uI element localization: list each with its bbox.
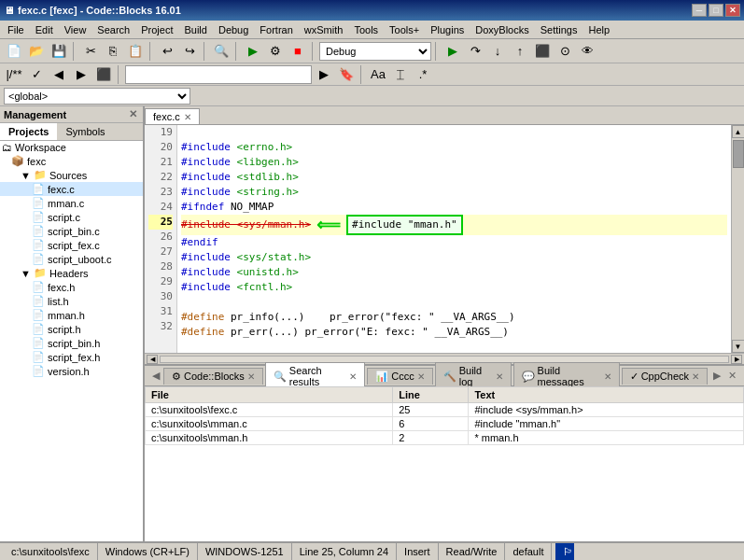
menu-settings[interactable]: Settings (535, 22, 583, 37)
close-button[interactable]: ✕ (725, 4, 740, 17)
search-go-button[interactable]: ▶ (314, 64, 334, 85)
tb2-bookmark[interactable]: 🔖 (336, 64, 357, 85)
tree-folder-headers[interactable]: ▼ 📁 Headers (0, 266, 143, 280)
buildmsg-tab-close[interactable]: ✕ (604, 371, 611, 382)
tree-file-fexc-h[interactable]: 📄 fexc.h (0, 280, 143, 294)
debug-step-button[interactable]: ↷ (465, 41, 485, 62)
menu-debug[interactable]: Debug (213, 22, 254, 37)
tb2-match-case[interactable]: Aa (368, 64, 388, 85)
panel-close-button[interactable]: ✕ (127, 108, 139, 120)
tree-project-fexc[interactable]: 📦 fexc (0, 154, 143, 168)
menu-plugins[interactable]: Plugins (425, 22, 470, 37)
tree-file-list-h[interactable]: 📄 list.h (0, 294, 143, 308)
tb2-btn2[interactable]: ✓ (26, 64, 47, 85)
menu-toolsplus[interactable]: Tools+ (384, 22, 425, 37)
tree-file-script-fex-c[interactable]: 📄 script_fex.c (0, 238, 143, 252)
tree-workspace[interactable]: 🗂 Workspace (0, 141, 143, 154)
paste-button[interactable]: 📋 (125, 41, 146, 62)
cut-button[interactable]: ✂ (80, 41, 101, 62)
result-row-2[interactable]: c:\sunxitools\mman.c 6 #include "mman.h" (146, 417, 744, 431)
menu-search[interactable]: Search (91, 22, 135, 37)
bottom-tab-build-log[interactable]: 🔨 Build log ✕ (435, 362, 512, 389)
debug-into-button[interactable]: ↓ (487, 41, 508, 62)
codeblocks-tab-close[interactable]: ✕ (247, 371, 255, 382)
menu-wxsmith[interactable]: wxSmith (299, 22, 349, 37)
tab-symbols[interactable]: Symbols (57, 123, 113, 140)
tb2-regex[interactable]: .* (413, 64, 433, 85)
bottom-tab-cppcheck[interactable]: ✓ CppCheck ✕ (622, 368, 708, 385)
tab-projects[interactable]: Projects (0, 123, 57, 140)
bottom-scroll-right[interactable]: ▶ (709, 370, 724, 382)
build-config-select[interactable]: Debug Release (319, 42, 431, 61)
copy-button[interactable]: ⎘ (103, 41, 123, 62)
find-button[interactable]: 🔍 (211, 41, 232, 62)
global-bar: <global> (0, 86, 744, 106)
scroll-down-button[interactable]: ▼ (732, 340, 745, 353)
tb2-btn3[interactable]: ◀ (49, 64, 69, 85)
result-row-3[interactable]: c:\sunxitools\mman.h 2 * mman.h (146, 431, 744, 445)
maximize-button[interactable]: □ (709, 4, 723, 17)
run-button[interactable]: ▶ (243, 41, 263, 62)
new-file-button[interactable]: 📄 (4, 41, 24, 62)
cppcheck-tab-close[interactable]: ✕ (692, 371, 699, 382)
breakpoint-button[interactable]: ⊙ (554, 41, 575, 62)
save-button[interactable]: 💾 (49, 41, 69, 62)
tree-file-script-h[interactable]: 📄 script.h (0, 322, 143, 336)
tb2-whole-word[interactable]: ⌶ (390, 64, 411, 85)
scroll-right-button[interactable]: ▶ (731, 355, 742, 364)
bottom-scroll-left[interactable]: ◀ (148, 370, 163, 382)
menu-view[interactable]: View (59, 22, 92, 37)
stop-button[interactable]: ■ (288, 41, 308, 62)
undo-button[interactable]: ↩ (157, 41, 177, 62)
tree-file-fexc-c[interactable]: 📄 fexc.c (0, 182, 143, 196)
tree-file-mman-h[interactable]: 📄 mman.h (0, 308, 143, 322)
bottom-tab-cccc[interactable]: 📊 Cccc ✕ (367, 368, 432, 385)
bottom-tab-search-results[interactable]: 🔍 Search results ✕ (265, 362, 365, 389)
vertical-scrollbar[interactable]: ▲ ▼ (731, 125, 744, 353)
menu-doxyblocks[interactable]: DoxyBlocks (470, 22, 534, 37)
search-input[interactable] (125, 65, 312, 84)
tree-file-version-h[interactable]: 📄 version.h (0, 364, 143, 378)
cccc-tab-close[interactable]: ✕ (417, 371, 425, 382)
global-scope-select[interactable]: <global> (4, 88, 190, 105)
debug-out-button[interactable]: ↑ (510, 41, 530, 62)
menu-file[interactable]: File (2, 22, 30, 37)
code-editor[interactable]: 19 20 21 22 23 24 25 26 27 28 29 30 31 3… (145, 125, 731, 353)
tb2-btn4[interactable]: ▶ (71, 64, 91, 85)
scroll-up-button[interactable]: ▲ (732, 125, 745, 138)
menu-fortran[interactable]: Fortran (254, 22, 298, 37)
tb2-btn1[interactable]: |/** (4, 64, 24, 85)
tree-file-script-bin-h[interactable]: 📄 script_bin.h (0, 336, 143, 350)
result-row-1[interactable]: c:\sunxitools\fexc.c 25 #include <sys/mm… (146, 403, 744, 417)
bottom-tab-build-messages[interactable]: 💬 Build messages ✕ (513, 362, 620, 389)
scroll-thumb[interactable] (733, 140, 744, 168)
tb2-btn5[interactable]: ⬛ (93, 64, 114, 85)
tree-file-script-c[interactable]: 📄 script.c (0, 210, 143, 224)
editor-tab-close-button[interactable]: ✕ (184, 112, 191, 122)
menu-help[interactable]: Help (583, 22, 615, 37)
debug-run-button[interactable]: ▶ (442, 41, 463, 62)
bottom-panel-close[interactable]: ✕ (724, 370, 740, 382)
search-tab-close[interactable]: ✕ (349, 371, 357, 382)
tree-file-mman-c[interactable]: 📄 mman.c (0, 196, 143, 210)
tree-folder-sources[interactable]: ▼ 📁 Sources (0, 168, 143, 182)
scroll-left-button[interactable]: ◀ (147, 355, 158, 364)
debug-stop-button[interactable]: ⬛ (532, 41, 553, 62)
tree-file-script-uboot-c[interactable]: 📄 script_uboot.c (0, 252, 143, 266)
menu-edit[interactable]: Edit (30, 22, 59, 37)
menu-tools[interactable]: Tools (348, 22, 384, 37)
open-file-button[interactable]: 📂 (26, 41, 47, 62)
menu-project[interactable]: Project (135, 22, 178, 37)
minimize-button[interactable]: ─ (692, 4, 707, 17)
tree-file-script-fex-h[interactable]: 📄 script_fex.h (0, 350, 143, 364)
bottom-tab-codeblocks[interactable]: ⚙ Code::Blocks ✕ (163, 368, 263, 385)
tree-file-script-bin-c[interactable]: 📄 script_bin.c (0, 224, 143, 238)
watch-button[interactable]: 👁 (577, 41, 597, 62)
editor-tab-fexc-c[interactable]: fexc.c ✕ (145, 108, 200, 124)
buildlog-tab-label: Build log (459, 365, 493, 387)
menu-build[interactable]: Build (178, 22, 212, 37)
redo-button[interactable]: ↪ (179, 41, 200, 62)
build-button[interactable]: ⚙ (265, 41, 286, 62)
buildlog-tab-close[interactable]: ✕ (496, 371, 503, 382)
status-bar: c:\sunxitools\fexc Windows (CR+LF) WINDO… (0, 541, 744, 560)
